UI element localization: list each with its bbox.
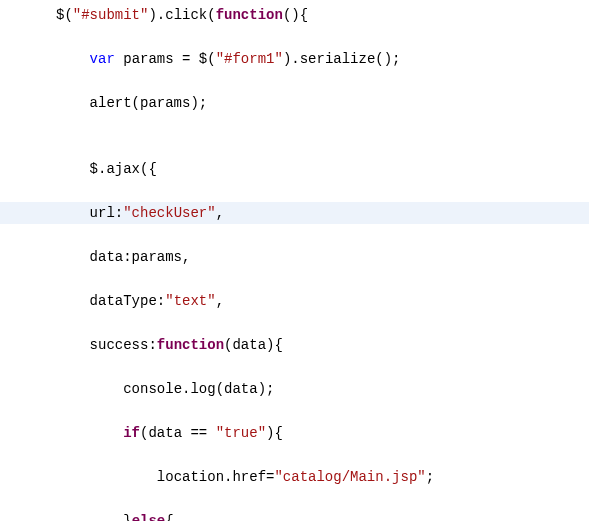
token-punct: location.href= xyxy=(157,469,275,485)
token-punct: params = $( xyxy=(115,51,216,67)
token-punct: url: xyxy=(90,205,124,221)
code-line: location.href="catalog/Main.jsp"; xyxy=(0,466,589,488)
token-punct: dataType: xyxy=(90,293,166,309)
code-line: $("#submit").click(function(){ xyxy=(0,4,589,26)
code-line: data:params, xyxy=(0,246,589,268)
code-line: console.log(data); xyxy=(0,378,589,400)
indent xyxy=(56,381,123,397)
token-str: "#submit" xyxy=(73,7,149,23)
indent xyxy=(56,95,90,111)
code-line: var params = $("#form1").serialize(); xyxy=(0,48,589,70)
token-str: "text" xyxy=(165,293,215,309)
token-kw2: else xyxy=(132,513,166,521)
code-line: url:"checkUser", xyxy=(0,202,589,224)
token-str: "#form1" xyxy=(216,51,283,67)
indent xyxy=(56,51,90,67)
token-punct: ).serialize(); xyxy=(283,51,401,67)
token-punct: ).click( xyxy=(148,7,215,23)
token-punct: alert(params); xyxy=(90,95,208,111)
indent xyxy=(56,513,123,521)
token-str: "checkUser" xyxy=(123,205,215,221)
code-block: $("#submit").click(function(){ var param… xyxy=(0,0,589,521)
token-punct: data:params, xyxy=(90,249,191,265)
indent xyxy=(56,161,90,177)
token-punct: { xyxy=(165,513,173,521)
token-kw: var xyxy=(90,51,115,67)
token-punct: (data){ xyxy=(224,337,283,353)
code-line: dataType:"text", xyxy=(0,290,589,312)
token-kw2: function xyxy=(157,337,224,353)
token-punct: $( xyxy=(56,7,73,23)
token-kw2: function xyxy=(216,7,283,23)
code-line: if(data == "true"){ xyxy=(0,422,589,444)
token-punct: (){ xyxy=(283,7,308,23)
token-punct: , xyxy=(216,205,224,221)
token-str: "true" xyxy=(216,425,266,441)
token-punct: } xyxy=(123,513,131,521)
indent xyxy=(56,469,157,485)
indent xyxy=(56,337,90,353)
token-punct: (data == xyxy=(140,425,216,441)
token-punct: console.log(data); xyxy=(123,381,274,397)
token-str: "catalog/Main.jsp" xyxy=(274,469,425,485)
indent xyxy=(56,249,90,265)
token-punct: $.ajax({ xyxy=(90,161,157,177)
indent xyxy=(56,205,90,221)
code-line: success:function(data){ xyxy=(0,334,589,356)
code-line: $.ajax({ xyxy=(0,158,589,180)
token-kw2: if xyxy=(123,425,140,441)
token-punct: , xyxy=(216,293,224,309)
token-punct: ){ xyxy=(266,425,283,441)
token-punct: ; xyxy=(426,469,434,485)
indent xyxy=(56,293,90,309)
code-line: }else{ xyxy=(0,510,589,521)
token-punct: success: xyxy=(90,337,157,353)
indent xyxy=(56,425,123,441)
code-line: alert(params); xyxy=(0,92,589,114)
